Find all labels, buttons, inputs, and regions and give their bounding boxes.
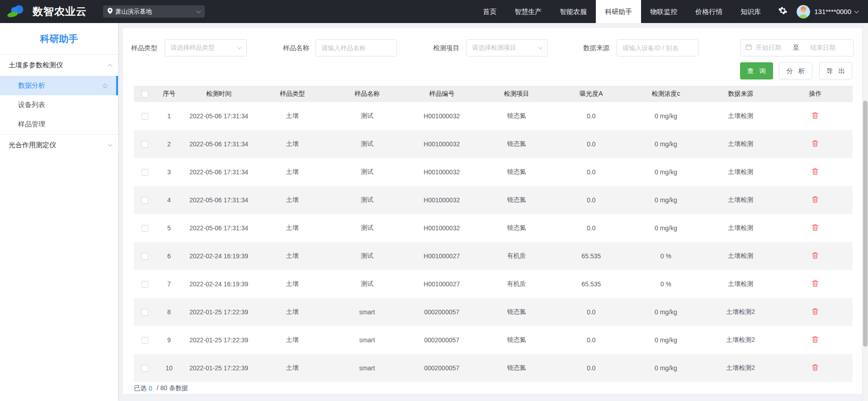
row-checkbox[interactable] <box>142 113 148 120</box>
settings-button[interactable] <box>778 6 788 17</box>
sample-type-select[interactable]: 请选择样品类型 <box>165 39 247 56</box>
cell-name: 测试 <box>330 112 404 120</box>
nav-item-iot-monitor[interactable]: 物联监控 <box>641 0 686 23</box>
cell-concentration: 0 mg/kg <box>628 364 703 372</box>
app-title: 数智农业云 <box>33 5 87 19</box>
user-phone: 131****0000 <box>814 8 851 15</box>
cell-concentration: 0 % <box>628 280 703 288</box>
row-checkbox[interactable] <box>142 365 148 372</box>
nav-item-price-market[interactable]: 价格行情 <box>686 0 731 23</box>
cell-source: 土壤检测2 <box>703 364 778 372</box>
cell-type: 土壤 <box>255 140 330 148</box>
nav-item-smart-service[interactable]: 智能农服 <box>551 0 596 23</box>
cell-time: 2022-02-24 16:19:39 <box>183 252 255 260</box>
base-selector[interactable]: 萧山演示基地 <box>103 5 205 18</box>
sidebar-item-data-analysis[interactable]: 数据分析 ☆ <box>0 76 118 95</box>
delete-icon[interactable] <box>811 196 819 203</box>
cell-code: 0002000057 <box>405 308 479 316</box>
chevron-up-icon <box>108 64 113 69</box>
cell-item: 铵态氮 <box>479 224 554 232</box>
cell-item: 有机质 <box>479 280 554 288</box>
cell-type: 土壤 <box>255 196 330 204</box>
sidebar-title: 科研助手 <box>0 23 118 55</box>
scrollbar-track[interactable] <box>862 23 868 401</box>
sample-name-label: 样品名称 <box>283 39 309 56</box>
row-checkbox[interactable] <box>142 253 148 260</box>
sample-name-input[interactable] <box>316 39 397 56</box>
delete-icon[interactable] <box>811 224 819 231</box>
row-checkbox[interactable] <box>142 225 148 232</box>
cell-time: 2022-02-24 16:19:39 <box>183 280 255 288</box>
table-header: 序号 检测时间 样品类型 样品名称 样品编号 检测项目 吸光度A 检测浓度c 数… <box>134 86 853 102</box>
delete-icon[interactable] <box>811 364 819 371</box>
cell-code: H001000032 <box>405 224 479 232</box>
row-checkbox[interactable] <box>142 197 148 204</box>
export-button[interactable]: 导 出 <box>819 62 852 79</box>
cell-time: 2022-05-06 17:31:34 <box>183 140 255 148</box>
cell-absorbance: 0.0 <box>554 168 628 176</box>
chevron-down-icon <box>108 142 113 147</box>
table-row: 92022-01-25 17:22:39土壤smart0002000057铵态氮… <box>134 326 853 354</box>
cell-code: 0002000057 <box>405 336 479 344</box>
cell-absorbance: 0.0 <box>554 308 628 316</box>
scrollbar-thumb[interactable] <box>863 101 868 347</box>
cell-source: 土壤检测 <box>703 280 778 288</box>
chevron-down-icon <box>197 9 201 13</box>
cell-no: 1 <box>156 112 183 120</box>
user-chevron-icon <box>854 9 859 13</box>
analyze-button[interactable]: 分 析 <box>779 62 812 79</box>
delete-icon[interactable] <box>811 112 819 119</box>
data-table: 序号 检测时间 样品类型 样品名称 样品编号 检测项目 吸光度A 检测浓度c 数… <box>134 86 853 382</box>
user-menu[interactable]: 131****0000 <box>797 5 868 19</box>
delete-icon[interactable] <box>811 140 819 147</box>
cell-absorbance: 0.0 <box>554 112 628 120</box>
cell-concentration: 0 mg/kg <box>628 168 703 176</box>
delete-icon[interactable] <box>811 280 819 287</box>
cell-time: 2022-05-06 17:31:34 <box>183 112 255 120</box>
row-checkbox[interactable] <box>142 281 148 288</box>
start-date-placeholder: 开始日期 <box>756 44 781 52</box>
cell-absorbance: 65.535 <box>554 252 628 260</box>
select-all-checkbox[interactable] <box>142 91 148 98</box>
cell-type: 土壤 <box>255 112 330 120</box>
cell-type: 土壤 <box>255 168 330 176</box>
star-icon[interactable]: ☆ <box>102 82 108 89</box>
cell-item: 铵态氮 <box>479 308 554 316</box>
cell-type: 土壤 <box>255 280 330 288</box>
sidebar-item-label: 设备列表 <box>18 101 45 109</box>
test-item-label: 检测项目 <box>433 39 459 56</box>
delete-icon[interactable] <box>811 252 819 259</box>
data-source-input[interactable] <box>617 39 698 56</box>
sidebar-item-device-list[interactable]: 设备列表 <box>0 95 118 115</box>
cell-source: 土壤检测2 <box>703 336 778 344</box>
nav-item-smart-production[interactable]: 智慧生产 <box>505 0 551 23</box>
sidebar-group-label: 土壤多参数检测仪 <box>9 61 63 70</box>
sidebar-item-sample-management[interactable]: 样品管理 <box>0 115 118 134</box>
cell-type: 土壤 <box>255 336 330 344</box>
sidebar-group-soil-detector[interactable]: 土壤多参数检测仪 <box>0 55 118 76</box>
nav-item-knowledge-base[interactable]: 知识库 <box>731 0 770 23</box>
sidebar-group-photosynthesis[interactable]: 光合作用测定仪 <box>0 134 118 155</box>
delete-icon[interactable] <box>811 308 819 315</box>
cell-code: H001000027 <box>405 252 479 260</box>
nav-item-home[interactable]: 首页 <box>474 0 505 23</box>
date-range-picker[interactable]: 开始日期 至 结束日期 <box>740 39 854 56</box>
cell-concentration: 0 mg/kg <box>628 224 703 232</box>
summary-suffix: / 80 条数据 <box>157 384 188 392</box>
cell-name: 测试 <box>330 168 404 176</box>
row-checkbox[interactable] <box>142 169 148 176</box>
selected-count: 0 <box>149 385 152 392</box>
query-button[interactable]: 查 询 <box>740 62 773 79</box>
cell-type: 土壤 <box>255 224 330 232</box>
chevron-down-icon <box>237 45 242 50</box>
row-checkbox[interactable] <box>142 337 148 344</box>
test-item-select[interactable]: 请选择检测项目 <box>466 39 548 56</box>
row-checkbox[interactable] <box>142 141 148 148</box>
location-pin-icon <box>108 8 113 16</box>
cell-code: H001000032 <box>405 140 479 148</box>
cell-name: 测试 <box>330 252 404 260</box>
row-checkbox[interactable] <box>142 309 148 316</box>
delete-icon[interactable] <box>811 168 819 175</box>
nav-item-research-assistant[interactable]: 科研助手 <box>596 0 641 23</box>
delete-icon[interactable] <box>811 336 819 343</box>
